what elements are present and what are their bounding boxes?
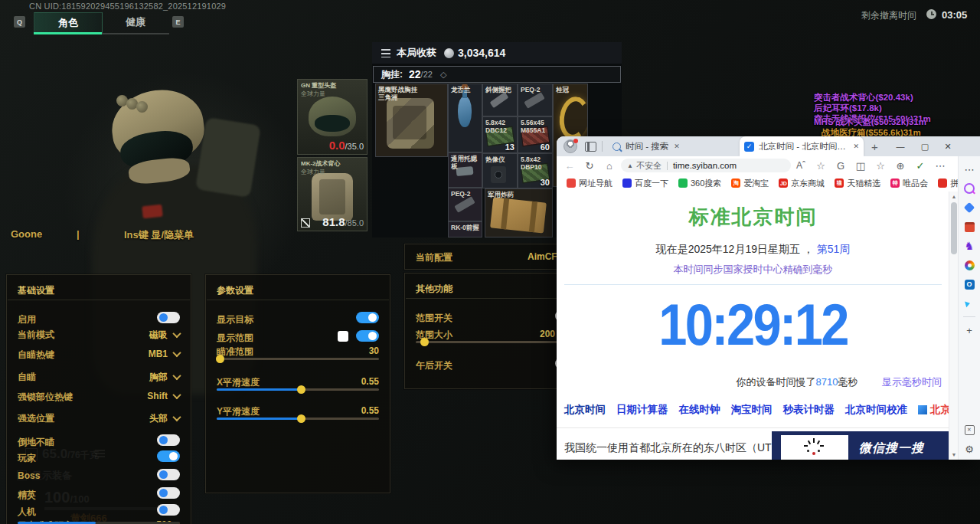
select-自瞄热键[interactable]: MB1 <box>149 349 180 359</box>
bookmark-爱淘宝[interactable]: 淘爱淘宝 <box>731 178 769 189</box>
slider-Y平滑速度[interactable] <box>217 418 379 420</box>
bookmark-360搜索[interactable]: 360搜索 <box>678 178 721 189</box>
browser-tab-search[interactable]: 时间 - 搜索 ✕ <box>608 136 740 156</box>
new-tab-button[interactable]: + <box>871 140 878 153</box>
slider-瞄准范围[interactable] <box>217 358 379 360</box>
loot-item-chest-rig[interactable]: 黑鹰野战胸挂三角洲 <box>375 84 448 157</box>
close-button[interactable]: ✕ <box>937 136 959 156</box>
tab-close-icon[interactable]: ✕ <box>674 142 680 150</box>
toggle-off[interactable] <box>157 487 180 499</box>
loot-item-grip[interactable]: 斜侧握把 <box>482 84 518 116</box>
tab-health[interactable]: 健康 <box>102 12 169 32</box>
bookmark-网址导航[interactable]: 网址导航 <box>567 178 612 189</box>
collections-icon[interactable]: ⊕ <box>890 160 910 172</box>
bookmark-百度一下[interactable]: 百度一下 <box>622 178 668 189</box>
maximize-button[interactable]: ▢ <box>914 136 936 156</box>
tab-close-icon[interactable]: ✕ <box>853 142 859 150</box>
bookmark-favicon <box>678 178 688 188</box>
more-menu-icon[interactable]: ⋯ <box>930 160 950 172</box>
vest-durability: 81.8/85.0 <box>322 215 364 228</box>
password-check-icon[interactable]: ✓ <box>910 160 930 172</box>
workspaces-icon[interactable] <box>585 142 596 152</box>
select-当前模式[interactable]: 磁吸 <box>149 329 180 342</box>
loot-item-ammo-green[interactable]: 5.8x42DBP1030 <box>518 153 553 188</box>
add-icon[interactable]: + <box>963 324 975 336</box>
browser-essentials-icon[interactable]: G <box>831 160 851 172</box>
address-bar[interactable]: ▲ 不安全 time.syiban.com <box>621 159 791 172</box>
site-link-helper[interactable]: 北京时间同步助手 <box>930 403 949 417</box>
bookmark-唯品会[interactable]: 特唯品会 <box>890 178 928 189</box>
search-icon[interactable] <box>963 182 975 195</box>
drop-icon[interactable] <box>963 297 975 309</box>
vest-art <box>312 173 353 221</box>
wechat-banner[interactable]: 微信搜一搜 <box>772 431 949 460</box>
equip-slot-helmet[interactable]: GN 重型头盔 全球力量 0.0/35.0 <box>297 79 368 155</box>
outlook-icon[interactable]: O <box>963 278 975 290</box>
shopping-icon[interactable] <box>963 201 975 214</box>
screen: CN UID:181592029455196132582_20251219102… <box>0 0 980 524</box>
wechat-label: 微信搜一搜 <box>859 440 924 457</box>
loot-item-crate[interactable]: 军用炸药 <box>485 188 553 237</box>
loot-item-none[interactable]: RK-0前握 <box>448 221 482 237</box>
color-swatch[interactable] <box>338 331 348 342</box>
toggle-off[interactable] <box>157 469 180 480</box>
site-link-在线时钟[interactable]: 在线时钟 <box>679 403 720 417</box>
loot-item-peq[interactable]: PEQ-2 <box>518 84 553 116</box>
item-name: RK-0前握 <box>451 224 479 231</box>
item-count: 13 <box>505 142 514 152</box>
slider-knob[interactable] <box>297 385 305 394</box>
loot-item-peq[interactable]: PEQ-2 <box>448 188 482 221</box>
toolbox-icon[interactable] <box>963 221 975 233</box>
slider-范围大小[interactable] <box>416 341 578 343</box>
site-link-秒表计时器[interactable]: 秒表计时器 <box>783 403 835 417</box>
loot-item-part[interactable]: 通用托腮板 <box>448 152 482 188</box>
loot-item-ammo-red[interactable]: 5.56x45M855A160 <box>518 116 553 153</box>
browser-tab-beijing-time[interactable]: ✓ 北京时间 - 北京时间校准精确到 ✕ <box>740 136 864 156</box>
select-强锁部位热键[interactable]: Shift <box>147 391 180 401</box>
screenshot-icon[interactable]: ✕ <box>963 424 975 436</box>
list-icon[interactable] <box>381 49 390 57</box>
equip-slot-vest[interactable]: MK-2战术背心 全球力量 81.8/85.0 <box>297 157 368 231</box>
toggle-on[interactable] <box>356 330 379 342</box>
site-link-北京时间校准[interactable]: 北京时间校准 <box>845 403 907 417</box>
microsoft-365-icon[interactable] <box>963 259 975 271</box>
chevron-down-icon <box>172 391 181 399</box>
slider-knob[interactable] <box>420 338 429 346</box>
slider-knob[interactable] <box>216 355 224 363</box>
home-button[interactable]: ⌂ <box>599 160 619 172</box>
select-自瞄[interactable]: 胸部 <box>149 371 180 384</box>
site-link-北京时间[interactable]: 北京时间 <box>564 403 606 417</box>
site-link-淘宝时间[interactable]: 淘宝时间 <box>731 403 773 417</box>
refresh-button[interactable]: ↻ <box>580 160 599 172</box>
profile-avatar[interactable] <box>564 139 577 153</box>
toggle-on[interactable] <box>157 450 180 462</box>
back-button[interactable]: ← <box>560 160 580 172</box>
week-link[interactable]: 第51周 <box>817 243 851 255</box>
bookmark-京东商城[interactable]: JD京东商城 <box>779 178 825 189</box>
slider-X平滑速度[interactable] <box>217 388 379 391</box>
site-link-日期计算器[interactable]: 日期计算器 <box>616 403 668 417</box>
toggle-off[interactable] <box>157 312 180 323</box>
read-aloud-icon[interactable]: Aˆ <box>791 160 811 171</box>
games-icon[interactable]: ♞ <box>963 240 975 252</box>
slider-knob[interactable] <box>297 414 305 423</box>
split-screen-icon[interactable]: ◫ <box>851 160 871 172</box>
loot-item-bottle[interactable]: 龙舌兰 <box>448 84 482 152</box>
loot-item-thermal[interactable]: 热像仪 <box>482 153 518 188</box>
item-name: 黑鹰野战胸挂三角洲 <box>378 86 417 101</box>
select-强选位置[interactable]: 头部 <box>149 412 180 425</box>
settings-icon[interactable]: ⚙ <box>963 443 975 455</box>
toggle-on[interactable] <box>356 312 379 323</box>
toggle-off[interactable] <box>157 504 180 516</box>
favorite-star-icon[interactable]: ☆ <box>811 160 831 172</box>
more-options-icon[interactable]: ⋯ <box>963 163 975 175</box>
favorites-hub-icon[interactable]: ☆ <box>871 160 890 172</box>
minimize-button[interactable]: — <box>890 136 911 156</box>
bookmark-天猫精选[interactable]: 猫天猫精选 <box>835 178 880 189</box>
show-ms-link[interactable]: 显示毫秒时间 <box>882 376 942 388</box>
scroll-thumb[interactable] <box>951 202 957 254</box>
loot-item-ammo-green[interactable]: 5.8x42DBC1213 <box>482 116 518 153</box>
chest-rig-bar[interactable]: 胸挂: 22 /22 ◇ <box>373 66 621 83</box>
toggle-off[interactable] <box>157 434 180 446</box>
tab-character[interactable]: 角色 <box>34 12 103 34</box>
